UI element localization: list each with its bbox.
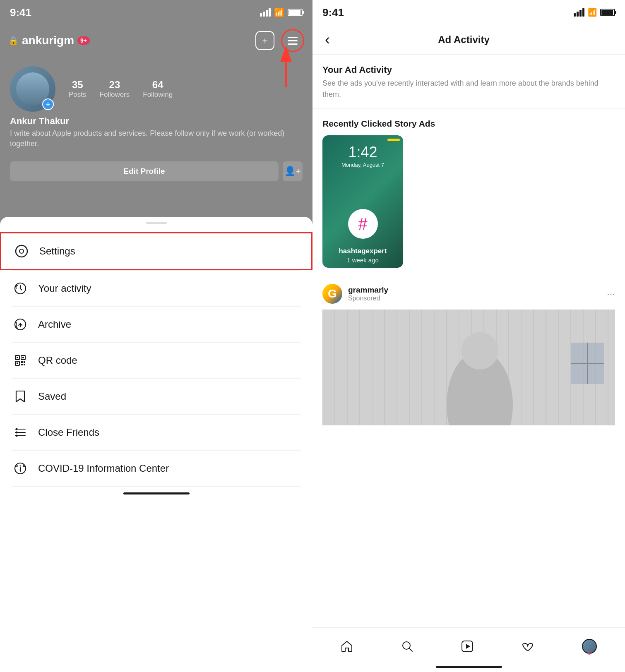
close-friends-icon xyxy=(12,424,29,441)
avatar-wrap: + xyxy=(10,66,55,112)
posts-count: 35 xyxy=(69,79,87,91)
tab-search[interactable] xyxy=(394,637,420,656)
tab-home[interactable] xyxy=(334,637,360,656)
menu-item-settings[interactable]: Settings xyxy=(0,232,312,270)
hamburger-line-3 xyxy=(288,43,298,45)
username-row: 🔒 ankurigm 9+ xyxy=(8,34,90,47)
following-stat[interactable]: 64 Following xyxy=(143,79,173,99)
activity-icon xyxy=(12,280,29,297)
svg-point-52 xyxy=(461,332,498,370)
right-content: Your Ad Activity See the ads you've rece… xyxy=(312,55,625,627)
section-divider-1 xyxy=(312,108,625,109)
posts-label: Posts xyxy=(69,91,87,99)
menu-item-covid[interactable]: COVID-19 Information Center xyxy=(0,451,312,486)
sponsored-image xyxy=(322,310,615,425)
notification-badge: 9+ xyxy=(77,36,90,45)
status-bar-right: 9:41 📶 xyxy=(312,0,625,25)
status-bar-left: 9:41 📶 xyxy=(0,0,312,25)
add-post-button[interactable]: ＋ xyxy=(255,31,274,50)
svg-rect-10 xyxy=(21,361,23,363)
following-count: 64 xyxy=(143,79,173,91)
profile-section: + 35 Posts 23 Followers 64 Following xyxy=(0,58,312,120)
followers-count: 23 xyxy=(100,79,130,91)
story-ad-card[interactable]: 1:42 Monday, August 7 # hashtagexpert 1 … xyxy=(322,135,403,268)
stats-row: 35 Posts 23 Followers 64 Following xyxy=(69,79,173,99)
followers-label: Followers xyxy=(100,91,130,99)
wifi-icon: 📶 xyxy=(274,7,284,17)
add-person-button[interactable]: 👤+ xyxy=(283,161,303,181)
signal-icon xyxy=(260,8,271,17)
sheet-handle xyxy=(146,222,167,224)
following-label: Following xyxy=(143,91,173,99)
svg-point-1 xyxy=(19,249,24,253)
qr-icon xyxy=(12,352,29,369)
signal-icon-right xyxy=(574,8,584,17)
ad-activity-title: Your Ad Activity xyxy=(322,65,615,75)
svg-point-22 xyxy=(20,466,21,467)
status-icons-left: 📶 xyxy=(260,7,303,17)
battery-icon xyxy=(288,9,303,16)
menu-item-archive[interactable]: Archive xyxy=(0,307,312,342)
profile-tab-dot xyxy=(588,652,591,655)
covid-label: COVID-19 Information Center xyxy=(38,463,169,474)
story-ad-time: 1:42 xyxy=(322,144,403,161)
status-time-left: 9:41 xyxy=(10,6,31,19)
story-ad-yellow-bar xyxy=(387,139,400,141)
svg-rect-7 xyxy=(22,357,24,358)
tab-profile[interactable] xyxy=(575,636,603,657)
menu-item-activity[interactable]: Your activity xyxy=(0,271,312,306)
sponsored-info: grammarly Sponsored xyxy=(348,286,607,302)
arrow-shaft xyxy=(285,62,287,87)
svg-point-25 xyxy=(23,465,25,467)
story-ad-name: hashtagexpert xyxy=(322,247,403,255)
qr-label: QR code xyxy=(38,355,77,366)
story-ads-title: Recently Clicked Story Ads xyxy=(322,119,615,129)
archive-icon xyxy=(12,316,29,333)
settings-label: Settings xyxy=(39,245,75,257)
battery-icon-right xyxy=(600,9,615,16)
back-button[interactable]: ‹ xyxy=(321,31,334,48)
arrow-up-icon xyxy=(280,46,292,62)
svg-marker-59 xyxy=(466,644,470,649)
sponsored-header: G grammarly Sponsored ··· xyxy=(322,278,615,310)
search-icon xyxy=(401,640,413,653)
followers-stat[interactable]: 23 Followers xyxy=(100,79,130,99)
svg-line-57 xyxy=(409,648,412,651)
covid-icon xyxy=(12,460,29,477)
hamburger-line-1 xyxy=(288,37,298,38)
heart-icon xyxy=(522,640,534,653)
arrow-annotation xyxy=(280,46,292,87)
edit-profile-button[interactable]: Edit Profile xyxy=(10,161,279,181)
story-ad-date: Monday, August 7 xyxy=(322,162,403,168)
left-panel: 9:41 📶 🔒 ankurigm 9+ ＋ xyxy=(0,0,312,672)
hamburger-line-2 xyxy=(288,40,298,41)
username-label: ankurigm xyxy=(22,34,74,47)
status-icons-right: 📶 xyxy=(574,8,615,17)
sponsored-image-svg xyxy=(322,310,615,425)
svg-rect-13 xyxy=(24,364,25,365)
menu-item-qr[interactable]: QR code xyxy=(0,343,312,378)
svg-point-20 xyxy=(16,435,18,437)
profile-avatar-tab xyxy=(582,639,597,654)
svg-rect-5 xyxy=(17,357,18,358)
archive-label: Archive xyxy=(38,319,71,330)
reels-icon xyxy=(461,640,474,653)
tab-reels[interactable] xyxy=(454,637,480,656)
svg-point-0 xyxy=(16,245,27,257)
profile-name: Ankur Thakur xyxy=(10,116,303,127)
tab-activity[interactable] xyxy=(515,637,541,656)
lock-icon: 🔒 xyxy=(8,36,19,46)
menu-item-friends[interactable]: Close Friends xyxy=(0,415,312,450)
story-ad-age: 1 week ago xyxy=(322,257,403,264)
hashtag-symbol: # xyxy=(358,215,367,233)
profile-info: Ankur Thakur I write about Apple product… xyxy=(10,116,303,149)
page-title: Ad Activity xyxy=(334,34,594,46)
more-options-button[interactable]: ··· xyxy=(607,288,615,300)
activity-label: Your activity xyxy=(38,283,91,294)
right-panel: 9:41 📶 ‹ Ad Activity Your Ad Activity Se… xyxy=(312,0,625,672)
saved-icon xyxy=(12,388,29,405)
svg-point-24 xyxy=(16,465,17,467)
ad-activity-desc: See the ads you've recently interacted w… xyxy=(322,78,615,100)
add-story-button[interactable]: + xyxy=(42,98,54,110)
menu-item-saved[interactable]: Saved xyxy=(0,379,312,414)
